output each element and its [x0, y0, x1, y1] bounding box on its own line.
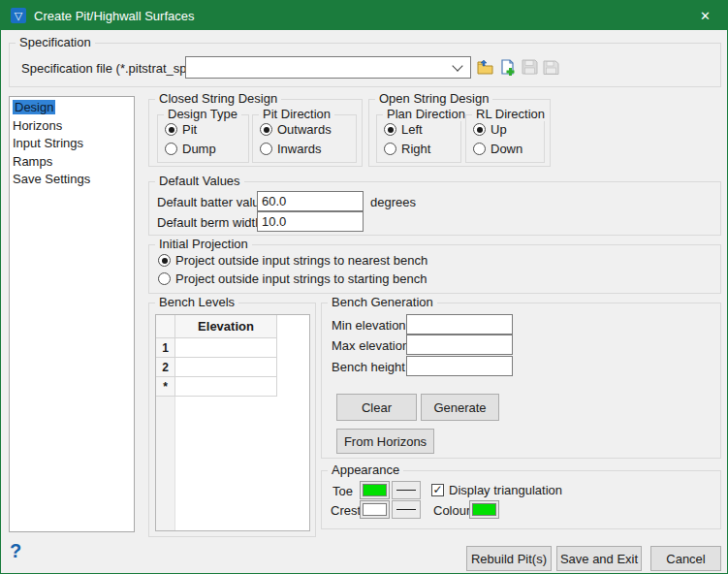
closed-string-design-group: Closed String Design Design Type Pit Dum… [148, 99, 363, 167]
rl-direction-label: RL Direction [472, 107, 549, 121]
crest-linestyle-button[interactable] [392, 500, 421, 519]
specification-group: Specification Specification file (*.pits… [9, 43, 721, 87]
pit-direction-group: Pit Direction Outwards Inwards [252, 114, 357, 163]
radio-right[interactable]: Right [384, 142, 430, 156]
elevation-cell-2[interactable] [175, 358, 277, 377]
radio-pit[interactable]: Pit [165, 122, 197, 137]
radio-icon [260, 123, 272, 136]
sidebar-item-ramps[interactable]: Ramps [10, 153, 134, 172]
radio-icon [158, 254, 171, 267]
title-bar: ▽ Create Pit/Highwall Surfaces ✕ [1, 1, 727, 30]
help-icon[interactable]: ? [10, 540, 21, 562]
vulcan-app-icon: ▽ [11, 8, 26, 23]
specification-group-label: Specification [16, 35, 95, 49]
plan-direction-label: Plan Direction [383, 107, 469, 121]
open-string-design-group: Open String Design Plan Direction Left R… [368, 99, 551, 167]
radio-down[interactable]: Down [473, 142, 522, 156]
initial-projection-group: Initial Projection Project outside input… [148, 244, 721, 294]
display-triangulation-checkbox[interactable]: ✓ Display triangulation [431, 483, 562, 497]
appearance-group: Appearance Toe Crest ✓ Display triangula… [321, 470, 721, 529]
closed-string-design-label: Closed String Design [155, 91, 281, 106]
open-folder-icon[interactable] [475, 57, 495, 77]
cancel-button[interactable]: Cancel [650, 546, 721, 571]
toe-linestyle-button[interactable] [392, 481, 421, 499]
radio-project-starting-bench[interactable]: Project outside input strings to startin… [158, 271, 427, 286]
table-row-header-strip [156, 397, 175, 530]
radio-inwards[interactable]: Inwards [260, 142, 322, 156]
specification-file-combobox[interactable] [185, 56, 471, 79]
crest-colour-swatch[interactable] [360, 500, 390, 519]
sidebar-item-save-settings[interactable]: Save Settings [10, 171, 134, 189]
plan-direction-group: Plan Direction Left Right [376, 114, 461, 163]
radio-icon [384, 143, 396, 155]
radio-icon [260, 143, 272, 155]
save-and-exit-button[interactable]: Save and Exit [556, 546, 642, 571]
default-values-group: Default Values Default batter value degr… [148, 181, 721, 236]
toe-colour [363, 484, 387, 496]
page-list: Design Horizons Input Strings Ramps Save… [9, 96, 135, 532]
elevation-cell-new[interactable] [175, 377, 277, 397]
save-icon[interactable] [520, 57, 540, 77]
toe-label: Toe [332, 484, 353, 498]
close-icon[interactable]: ✕ [683, 1, 727, 30]
radio-icon [158, 272, 171, 285]
crest-label: Crest [331, 503, 361, 518]
create-pit-highwall-dialog: ▽ Create Pit/Highwall Surfaces ✕ Specifi… [0, 0, 728, 574]
degrees-suffix: degrees [370, 195, 416, 209]
default-berm-label: Default berm width [157, 215, 262, 230]
open-string-design-label: Open String Design [375, 91, 492, 106]
sidebar-item-horizons[interactable]: Horizons [10, 117, 134, 136]
generate-button[interactable]: Generate [421, 394, 499, 421]
radio-up[interactable]: Up [473, 122, 507, 137]
colour-label: Colour [433, 503, 470, 518]
radio-project-nearest-bench[interactable]: Project outside input strings to nearest… [158, 253, 427, 268]
pit-direction-label: Pit Direction [259, 107, 334, 121]
new-spec-file-icon[interactable] [497, 57, 518, 77]
bench-levels-group: Bench Levels Elevation 1 2 * [148, 303, 316, 537]
sidebar-item-design[interactable]: Design [10, 99, 134, 117]
checkbox-icon: ✓ [431, 484, 444, 496]
max-elevation-label: Max elevation [332, 338, 409, 353]
elevation-column-header[interactable]: Elevation [175, 315, 277, 338]
default-values-label: Default Values [155, 174, 244, 188]
bench-height-input[interactable] [406, 356, 513, 376]
radio-dump[interactable]: Dump [165, 142, 216, 156]
appearance-label: Appearance [328, 462, 403, 477]
window-title: Create Pit/Highwall Surfaces [34, 9, 194, 23]
sidebar-item-input-strings[interactable]: Input Strings [10, 135, 134, 153]
default-batter-input[interactable] [257, 191, 364, 211]
radio-icon [165, 123, 177, 136]
bench-levels-table: Elevation 1 2 * [155, 314, 310, 531]
rl-direction-group: RL Direction Up Down [465, 114, 545, 163]
default-batter-label: Default batter value [157, 195, 267, 209]
save-as-icon[interactable] [541, 57, 561, 77]
initial-projection-label: Initial Projection [155, 237, 252, 251]
table-corner-cell [156, 315, 175, 338]
rebuild-pits-button[interactable]: Rebuild Pit(s) [466, 546, 552, 571]
radio-icon [473, 143, 486, 155]
radio-icon [473, 123, 486, 136]
row-header-new[interactable]: * [156, 377, 175, 397]
radio-outwards[interactable]: Outwards [260, 122, 332, 137]
from-horizons-button[interactable]: From Horizons [336, 429, 434, 454]
bench-levels-label: Bench Levels [155, 295, 238, 309]
default-berm-input[interactable] [257, 211, 364, 232]
bench-height-label: Bench height [332, 360, 405, 374]
row-header-2[interactable]: 2 [156, 358, 175, 377]
max-elevation-input[interactable] [406, 335, 513, 355]
radio-icon [165, 143, 177, 155]
bench-generation-label: Bench Generation [328, 295, 437, 309]
toe-colour-swatch[interactable] [360, 481, 390, 499]
specification-file-label: Specification file (*.pitstrat_spec) [21, 61, 205, 76]
min-elevation-label: Min elevation [332, 318, 406, 333]
chevron-down-icon [452, 60, 462, 71]
triangulation-colour [472, 503, 496, 516]
clear-button[interactable]: Clear [336, 394, 417, 421]
bench-generation-group: Bench Generation Min elevation Max eleva… [321, 303, 721, 459]
min-elevation-input[interactable] [406, 314, 513, 335]
design-type-label: Design Type [164, 107, 241, 121]
row-header-1[interactable]: 1 [156, 338, 175, 358]
radio-left[interactable]: Left [384, 122, 423, 137]
elevation-cell-1[interactable] [175, 338, 277, 358]
triangulation-colour-swatch[interactable] [469, 500, 499, 519]
